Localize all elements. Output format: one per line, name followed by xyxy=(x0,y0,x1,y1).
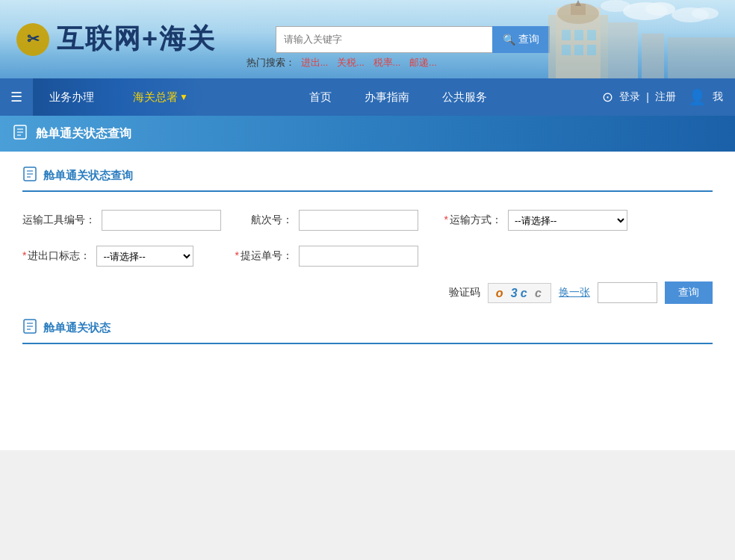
result-document-icon xyxy=(22,319,37,334)
page-title-bar: 舱单通关状态查询 xyxy=(0,116,735,152)
chevron-down-icon: ▼ xyxy=(179,92,188,102)
transport-code-input[interactable] xyxy=(102,210,221,231)
nav-item-business[interactable]: 业务办理 xyxy=(33,78,117,116)
svg-rect-15 xyxy=(642,34,664,78)
form-col-transport-code: 运输工具编号： xyxy=(22,210,232,231)
svg-rect-11 xyxy=(562,45,571,55)
login-icon: ⊙ xyxy=(602,89,613,105)
building-decoration xyxy=(496,0,735,78)
navbar: ☰ 业务办理 海关总署 ▼ 首页 办事指南 公共服务 ⊙ 登录 | 注册 👤 我 xyxy=(0,78,735,116)
svg-point-21 xyxy=(601,0,630,12)
flight-no-input[interactable] xyxy=(299,210,418,231)
result-section-title: 舱单通关状态 xyxy=(22,319,713,344)
page-title: 舱单通关状态查询 xyxy=(36,126,131,142)
svg-text:✂: ✂ xyxy=(27,31,40,47)
menu-icon: ☰ xyxy=(10,90,22,105)
svg-rect-9 xyxy=(574,30,583,40)
nav-center: 首页 办事指南 公共服务 xyxy=(206,90,590,105)
hot-label: 热门搜索： xyxy=(246,57,295,68)
form-col-bill-no: 提运单号： xyxy=(232,246,441,267)
section-label: 舱单通关状态查询 xyxy=(43,169,133,183)
captcha-text-2: 3c xyxy=(511,287,530,299)
search-input[interactable] xyxy=(276,26,492,53)
query-button[interactable]: 查询 xyxy=(665,281,713,304)
captcha-refresh-link[interactable]: 换一张 xyxy=(559,286,590,299)
header: ✂ 互联网+海关 🔍 查询 热门搜索： 进出... 关税... 税率... 邮递… xyxy=(0,0,735,78)
form-col-transport-mode: 运输方式： --请选择-- 海运 空运 陆运 邮递 xyxy=(441,210,650,231)
nav-right: ⊙ 登录 | 注册 👤 我 xyxy=(590,88,735,106)
nav-item-guide[interactable]: 办事指南 xyxy=(348,90,426,105)
document-icon xyxy=(12,124,28,140)
nav-divider: | xyxy=(646,91,649,103)
section-title: 舱单通关状态查询 xyxy=(22,167,713,192)
captcha-input[interactable] xyxy=(598,282,657,303)
transport-mode-select[interactable]: --请选择-- 海运 空运 陆运 邮递 xyxy=(508,210,627,231)
nav-label-service: 公共服务 xyxy=(442,90,487,105)
svg-rect-14 xyxy=(608,22,638,78)
captcha-row: 验证码 o 3c c 换一张 查询 xyxy=(22,281,713,304)
captcha-text: o xyxy=(496,287,511,299)
form-col-port-flag: 进出口标志： --请选择-- 进口 出口 xyxy=(22,246,232,267)
nav-label-business: 业务办理 xyxy=(49,90,94,105)
svg-point-20 xyxy=(692,7,719,19)
svg-rect-12 xyxy=(574,45,583,55)
form-row-1: 运输工具编号： 航次号： 运输方式： --请选择-- 海运 空运 陆运 邮递 xyxy=(22,210,713,231)
captcha-label: 验证码 xyxy=(449,286,480,299)
hot-item-4[interactable]: 邮递... xyxy=(409,57,437,68)
form-row-2: 进出口标志： --请选择-- 进口 出口 提运单号： xyxy=(22,246,713,267)
transport-code-label: 运输工具编号： xyxy=(22,214,102,227)
nav-item-customs[interactable]: 海关总署 ▼ xyxy=(117,78,206,116)
svg-rect-8 xyxy=(562,30,571,40)
nav-label-customs: 海关总署 xyxy=(133,90,178,105)
transport-mode-label: 运输方式： xyxy=(441,214,508,227)
page-title-icon xyxy=(12,124,28,144)
logo: ✂ 互联网+海关 xyxy=(15,21,216,57)
nav-menu-button[interactable]: ☰ xyxy=(0,78,33,116)
main-content: 舱单通关状态查询 运输工具编号： 航次号： 运输方式： --请选择-- 海运 空… xyxy=(0,152,735,450)
flight-no-label: 航次号： xyxy=(232,214,299,227)
svg-rect-16 xyxy=(668,37,735,78)
nav-item-service[interactable]: 公共服务 xyxy=(426,90,503,105)
register-link[interactable]: 注册 xyxy=(655,90,676,104)
result-icon xyxy=(22,319,37,337)
user-icon: 👤 xyxy=(688,88,707,106)
section-document-icon xyxy=(22,167,37,181)
captcha-text-3: c xyxy=(530,287,543,299)
hot-item-3[interactable]: 税率... xyxy=(373,57,401,68)
hot-item-2[interactable]: 关税... xyxy=(337,57,365,68)
login-link[interactable]: 登录 xyxy=(619,90,640,104)
form-col-flight-no: 航次号： xyxy=(232,210,441,231)
section-icon xyxy=(22,167,37,184)
logo-icon: ✂ xyxy=(15,22,51,57)
svg-point-18 xyxy=(645,2,675,16)
nav-label-guide: 办事指南 xyxy=(365,90,409,105)
bill-no-input[interactable] xyxy=(299,246,418,267)
user-link[interactable]: 我 xyxy=(713,90,723,104)
port-flag-select[interactable]: --请选择-- 进口 出口 xyxy=(96,246,193,267)
port-flag-label: 进出口标志： xyxy=(22,249,96,263)
nav-item-home[interactable]: 首页 xyxy=(293,90,348,105)
svg-rect-10 xyxy=(587,30,596,40)
svg-rect-13 xyxy=(587,45,596,55)
nav-label-home: 首页 xyxy=(309,90,332,105)
hot-item-1[interactable]: 进出... xyxy=(301,57,329,68)
bill-no-label: 提运单号： xyxy=(232,249,299,263)
hot-searches: 热门搜索： 进出... 关税... 税率... 邮递... xyxy=(246,56,440,69)
logo-text: 互联网+海关 xyxy=(57,21,216,57)
result-section: 舱单通关状态 xyxy=(22,319,713,344)
result-section-label: 舱单通关状态 xyxy=(43,321,111,335)
captcha-image: o 3c c xyxy=(488,283,551,303)
